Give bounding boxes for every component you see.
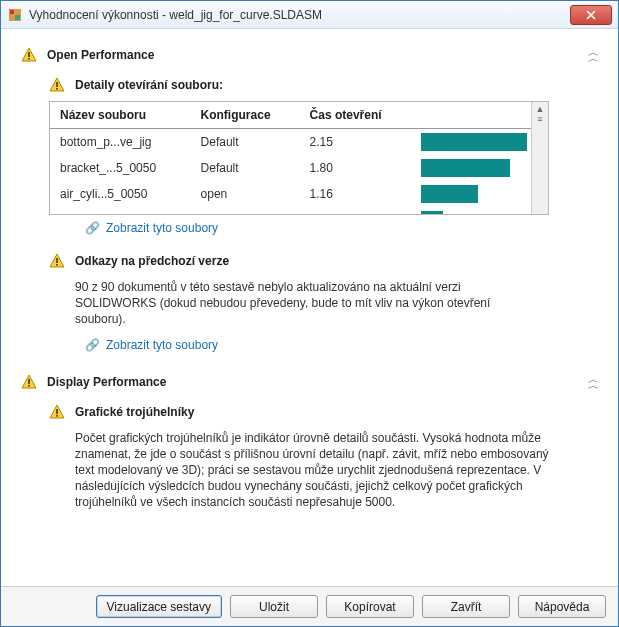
warning-icon [21,374,37,390]
show-prev-files-link[interactable]: Zobrazit tyto soubory [106,338,218,352]
svg-rect-8 [56,264,58,266]
svg-rect-9 [28,379,30,384]
collapse-icon[interactable]: ︿︿ [588,49,598,61]
file-open-details-title: Detaily otevírání souboru: [75,78,223,92]
link-icon: 🔗 [85,338,100,352]
collapse-icon[interactable]: ︿︿ [588,376,598,388]
scroll-up-icon: ▲ [536,104,545,114]
time-bar [421,185,478,203]
cell-config: Default [191,129,300,156]
window-close-button[interactable] [570,5,612,25]
section-open-performance[interactable]: Open Performance ︿︿ [21,43,598,67]
svg-rect-12 [56,415,58,417]
window-title: Vyhodnocení výkonnosti - weld_jig_for_cu… [29,8,570,22]
cell-time: 2.15 [300,129,411,156]
cell-time: 1.16 [300,181,411,207]
file-open-table: Název souboru Konfigurace Čas otevření b… [49,101,549,215]
cell-config: Default [191,155,300,181]
table-header-row: Název souboru Konfigurace Čas otevření [50,102,531,129]
content-area: Open Performance ︿︿ Detaily otevírání so… [1,29,618,586]
visualize-assembly-button[interactable]: Vizualizace sestavy [96,595,223,618]
svg-rect-2 [15,15,20,20]
section-title: Display Performance [47,375,578,389]
show-files-link-row: 🔗 Zobrazit tyto soubory [49,215,598,235]
save-button[interactable]: Uložit [230,595,318,618]
svg-rect-4 [28,58,30,60]
table-row[interactable]: air_cyli...5_0050 open 1.16 [50,181,531,207]
table-scrollbar[interactable]: ▲ ≡ [531,102,548,214]
copy-button[interactable]: Kopírovat [326,595,414,618]
previous-versions-text: 90 z 90 dokumentů v této sestavě nebylo … [49,277,549,332]
link-icon: 🔗 [85,221,100,235]
col-time[interactable]: Čas otevření [300,102,411,129]
cell-name: bracket_...5_0050 [50,155,191,181]
previous-versions-title: Odkazy na předchozí verze [75,254,229,268]
time-bar [421,133,527,151]
section-title: Open Performance [47,48,578,62]
graphics-triangles-header: Grafické trojúhelníky [49,404,598,420]
table-row[interactable]: bottom_p...ve_jig Default 2.15 [50,129,531,156]
table-row[interactable]: bracket_...5_0050 Default 1.80 [50,155,531,181]
col-bar [411,102,531,129]
warning-icon [49,77,65,93]
dialog-window: Vyhodnocení výkonnosti - weld_jig_for_cu… [0,0,619,627]
previous-versions-header: Odkazy na předchozí verze [49,253,598,269]
cell-name: air_cyli...5_0050 [50,181,191,207]
cell-name: bottom_p...ve_jig [50,129,191,156]
warning-icon [49,253,65,269]
section-display-performance[interactable]: Display Performance ︿︿ [21,370,598,394]
svg-rect-5 [56,82,58,87]
show-files-link-row-2: 🔗 Zobrazit tyto soubory [49,332,598,352]
table-row[interactable]: air_cyli...50_080 Default 0.45 [50,207,531,214]
cell-time: 1.80 [300,155,411,181]
svg-rect-10 [28,385,30,387]
svg-rect-3 [28,52,30,57]
warning-icon [49,404,65,420]
open-performance-body: Detaily otevírání souboru: Název souboru… [21,67,598,370]
button-bar: Vizualizace sestavy Uložit Kopírovat Zav… [1,586,618,626]
graphics-triangles-text: Počet grafických trojúhelníků je indikát… [49,428,569,515]
svg-rect-7 [56,258,58,263]
time-bar [421,211,443,214]
svg-rect-11 [56,409,58,414]
svg-rect-6 [56,88,58,90]
graphics-triangles-title: Grafické trojúhelníky [75,405,194,419]
close-icon [586,10,596,20]
svg-rect-1 [10,10,14,14]
display-performance-body: Grafické trojúhelníky Počet grafických t… [21,394,598,533]
col-config[interactable]: Konfigurace [191,102,300,129]
cell-config: Default [191,207,300,214]
show-files-link[interactable]: Zobrazit tyto soubory [106,221,218,235]
warning-icon [21,47,37,63]
help-button[interactable]: Nápověda [518,595,606,618]
cell-time: 0.45 [300,207,411,214]
app-icon [7,7,23,23]
cell-config: open [191,181,300,207]
titlebar: Vyhodnocení výkonnosti - weld_jig_for_cu… [1,1,618,29]
scroll-grip-icon: ≡ [537,114,542,124]
file-open-details-header: Detaily otevírání souboru: [49,77,598,93]
col-name[interactable]: Název souboru [50,102,191,129]
cell-name: air_cyli...50_080 [50,207,191,214]
close-button[interactable]: Zavřít [422,595,510,618]
time-bar [421,159,510,177]
